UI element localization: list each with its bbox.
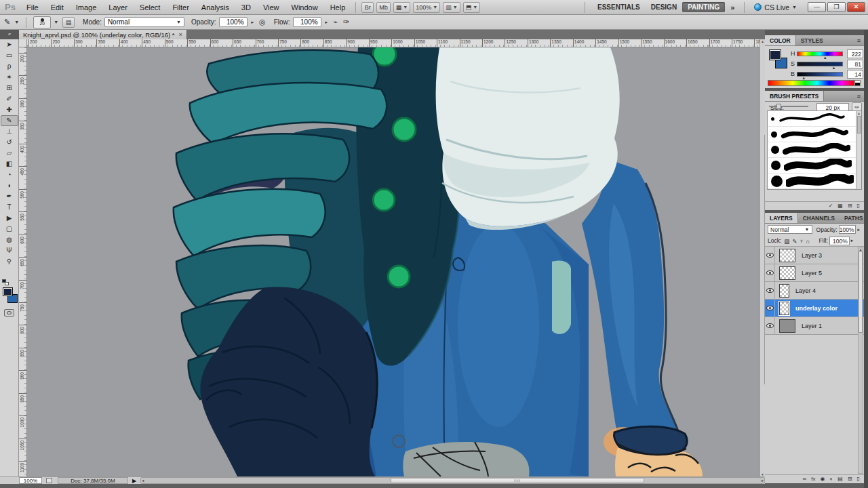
brush-list-scrollbar[interactable]: ▲ — [856, 111, 861, 189]
flow-slider-arrow[interactable]: ▸ — [324, 20, 330, 25]
chevron-down-icon[interactable]: ▼ — [54, 20, 58, 24]
black-white-swatches[interactable] — [854, 80, 861, 86]
workspace-essentials[interactable]: ESSENTIALS — [592, 2, 646, 12]
scroll-right-icon[interactable]: ▸ — [762, 478, 764, 484]
tab-brush-presets[interactable]: BRUSH PRESETS — [765, 91, 824, 101]
layer-mask-icon[interactable]: ◉ — [821, 475, 825, 483]
menu-view[interactable]: View — [257, 3, 285, 12]
slider-thumb[interactable]: ▲ — [802, 76, 806, 80]
layer-thumbnail[interactable] — [779, 302, 789, 315]
vertical-scrollbar[interactable]: ▲ ▼ — [760, 39, 765, 476]
scroll-up-icon[interactable]: ▲ — [856, 111, 861, 115]
brush-preset-picker[interactable]: 20 — [33, 16, 51, 28]
brush-preset[interactable] — [768, 111, 861, 127]
horizontal-scrollbar[interactable]: ◂ ⦀⦀⦀ ▸ — [140, 477, 765, 484]
view-extras-icon[interactable]: ▦▼ — [393, 2, 410, 13]
panel-menu-icon[interactable]: ≡ — [854, 35, 864, 45]
panel-menu-icon[interactable]: ≡ — [854, 91, 864, 101]
blend-mode-select[interactable]: Normal ▼ — [104, 17, 184, 27]
lock-pixels-icon[interactable]: ✎ — [792, 238, 797, 245]
restore-button[interactable]: ❐ — [827, 2, 846, 12]
brush-preset[interactable] — [768, 158, 861, 174]
brush-preset[interactable] — [768, 127, 861, 142]
canvas[interactable] — [27, 47, 760, 476]
visibility-toggle[interactable] — [765, 300, 775, 317]
new-brush-icon[interactable]: ⊞ — [848, 202, 852, 210]
menu-layer[interactable]: Layer — [102, 3, 134, 12]
adjustment-layer-icon[interactable]: ◐ — [829, 475, 833, 483]
flow-input[interactable]: 100% — [293, 17, 321, 27]
type-tool[interactable]: T — [1, 202, 18, 213]
path-selection-tool[interactable]: ▶ — [1, 213, 18, 224]
lock-transparency-icon[interactable]: ▨ — [784, 238, 789, 245]
default-colors-icon[interactable] — [2, 279, 9, 286]
layer-group-icon[interactable]: ▤ — [837, 475, 843, 483]
slider-thumb[interactable] — [776, 104, 781, 109]
foreground-color-swatch[interactable] — [769, 49, 781, 60]
brush-size-slider[interactable] — [769, 106, 808, 107]
bridge-icon[interactable]: Br — [361, 2, 374, 13]
new-layer-icon[interactable]: ⊞ — [848, 475, 852, 483]
workspace-painting[interactable]: PAINTING — [682, 2, 725, 12]
crop-tool[interactable]: ⊞ — [1, 83, 18, 94]
menu-window[interactable]: Window — [285, 3, 324, 12]
lasso-tool[interactable]: ρ — [1, 61, 18, 72]
quick-mask-button[interactable] — [4, 309, 14, 317]
toggle-brush-panel-icon[interactable]: ▤ — [62, 17, 75, 28]
scroll-up-icon[interactable]: ▲ — [859, 247, 863, 251]
tablet-size-icon[interactable]: ✑ — [342, 18, 351, 26]
quick-selection-tool[interactable]: ✶ — [1, 72, 18, 83]
layer-row-underlay-color[interactable]: underlay color — [765, 300, 864, 317]
layer-row-layer-4[interactable]: Layer 4 — [765, 282, 864, 300]
visibility-toggle[interactable] — [765, 247, 775, 264]
document-tab[interactable]: Knight_aprvl.psd @ 100% (underlay color,… — [19, 30, 187, 39]
opacity-input[interactable]: 100% — [219, 17, 248, 27]
mini-bridge-icon[interactable]: Mb — [376, 2, 391, 13]
layer-style-icon[interactable]: fx — [811, 475, 815, 483]
s-slider[interactable]: ▲ — [797, 62, 843, 66]
zoom-level-field[interactable]: 100% — [19, 477, 42, 484]
menu-select[interactable]: Select — [134, 3, 167, 12]
eraser-tool[interactable]: ▱ — [1, 148, 18, 159]
fill-slider-arrow[interactable]: ▸ — [850, 238, 855, 243]
healing-brush-tool[interactable]: ✚ — [1, 104, 18, 115]
layer-opacity-input[interactable]: 100% — [839, 225, 856, 234]
close-icon[interactable]: × — [179, 31, 182, 38]
color-spectrum-ramp[interactable] — [768, 80, 854, 86]
blur-tool[interactable]: ◔ — [1, 169, 18, 180]
brush-preset[interactable] — [768, 174, 861, 189]
tab-channels[interactable]: CHANNELS — [798, 213, 840, 223]
move-tool[interactable]: ➤ — [1, 39, 18, 50]
menu-image[interactable]: Image — [70, 3, 103, 12]
tablet-opacity-icon[interactable]: ◎ — [258, 18, 267, 26]
layer-thumbnail[interactable] — [779, 266, 795, 280]
menu-3d[interactable]: 3D — [235, 3, 257, 12]
dodge-tool[interactable]: ◖ — [1, 180, 18, 191]
foreground-color-swatch[interactable] — [3, 287, 13, 296]
brush-tool-icon[interactable]: ✎ — [3, 18, 12, 26]
menu-filter[interactable]: Filter — [166, 3, 195, 12]
opacity-slider-arrow[interactable]: ▸ — [250, 20, 256, 25]
h-slider[interactable]: ▲ — [797, 52, 843, 56]
visibility-toggle[interactable] — [765, 317, 775, 335]
rectangular-marquee-tool[interactable]: ▭ — [1, 50, 18, 61]
b-slider[interactable]: ▲ — [797, 72, 843, 77]
delete-layer-icon[interactable]: ▯ — [857, 475, 860, 483]
hand-tool[interactable]: Ψ — [1, 245, 18, 256]
blend-mode-select[interactable]: Normal ▼ — [768, 225, 812, 234]
h-value-input[interactable]: 222 — [847, 49, 863, 58]
layer-row-layer-3[interactable]: Layer 3 — [765, 247, 864, 264]
scroll-left-icon[interactable]: ◂ — [142, 478, 144, 484]
menu-file[interactable]: File — [20, 3, 45, 12]
status-flyout-button[interactable]: ▶ — [132, 478, 136, 484]
menu-help[interactable]: Help — [324, 3, 352, 12]
minimize-button[interactable]: — — [808, 2, 826, 12]
horizontal-scroll-thumb[interactable]: ⦀⦀⦀ — [391, 478, 644, 483]
layer-thumbnail[interactable] — [779, 319, 795, 333]
clone-stamp-tool[interactable]: ⊥ — [1, 126, 18, 137]
cs-live-button[interactable]: CS Live ▼ — [749, 3, 802, 12]
bristle-preview-icon[interactable]: ✓ — [829, 202, 833, 210]
preset-manager-icon[interactable]: ▦ — [837, 202, 843, 210]
menu-analysis[interactable]: Analysis — [195, 3, 235, 12]
chevron-down-icon[interactable]: ▼ — [14, 20, 19, 24]
